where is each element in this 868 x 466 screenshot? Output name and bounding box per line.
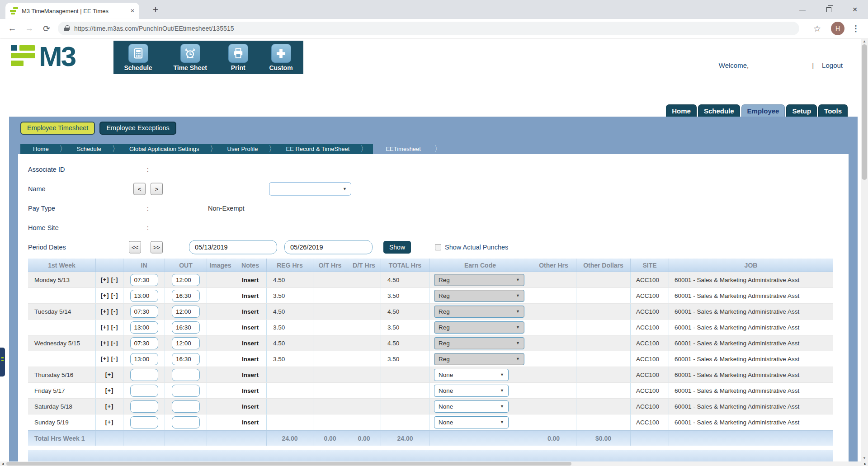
earn-code-select[interactable]: Reg ▼ bbox=[434, 353, 524, 365]
tab-home[interactable]: Home bbox=[666, 104, 697, 118]
earn-code-select[interactable]: None ▼ bbox=[434, 369, 509, 381]
breadcrumb-home[interactable]: Home bbox=[27, 146, 55, 152]
side-panel-handle[interactable] bbox=[0, 348, 5, 377]
insert-link[interactable]: Insert bbox=[234, 351, 267, 367]
tab-tools[interactable]: Tools bbox=[818, 104, 848, 118]
show-actual-punches-checkbox[interactable] bbox=[435, 244, 441, 250]
breadcrumb-ee-record[interactable]: EE Record & TimeSheet bbox=[279, 146, 356, 152]
toolbar-custom-button[interactable]: Custom bbox=[269, 44, 292, 71]
time-in-input[interactable] bbox=[130, 290, 158, 302]
expand-collapse-buttons[interactable]: [+] bbox=[96, 399, 123, 414]
time-in-input[interactable] bbox=[130, 416, 158, 428]
toolbar-print-button[interactable]: Print bbox=[228, 44, 248, 71]
close-button[interactable]: ✕ bbox=[842, 0, 868, 19]
time-in-input[interactable] bbox=[130, 321, 158, 334]
insert-link[interactable]: Insert bbox=[234, 272, 267, 287]
scroll-right-icon[interactable]: ► bbox=[863, 462, 868, 466]
expand-collapse-buttons[interactable]: [+] [-] bbox=[96, 272, 123, 287]
time-out-input[interactable] bbox=[172, 321, 200, 334]
browser-menu-icon[interactable]: ⋮ bbox=[852, 24, 860, 33]
address-bar[interactable]: https://time.m3as.com/PunchInOut/EEtimes… bbox=[58, 22, 799, 35]
back-icon[interactable]: ← bbox=[4, 24, 21, 33]
expand-collapse-buttons[interactable]: [+] [-] bbox=[96, 351, 123, 367]
insert-link[interactable]: Insert bbox=[234, 399, 267, 414]
earn-code-select[interactable]: Reg ▼ bbox=[434, 306, 524, 318]
insert-link[interactable]: Insert bbox=[234, 288, 267, 303]
tab-setup[interactable]: Setup bbox=[786, 104, 817, 118]
time-out-input[interactable] bbox=[172, 290, 200, 302]
time-out-input[interactable] bbox=[172, 416, 200, 428]
expand-collapse-buttons[interactable]: [+] bbox=[96, 383, 123, 398]
earn-code-select[interactable]: None ▼ bbox=[434, 385, 509, 397]
time-in-input[interactable] bbox=[130, 385, 158, 397]
insert-link[interactable]: Insert bbox=[234, 383, 267, 398]
tab-employee[interactable]: Employee bbox=[741, 104, 785, 118]
earn-code-select[interactable]: Reg ▼ bbox=[434, 321, 524, 334]
insert-link[interactable]: Insert bbox=[234, 367, 267, 382]
minimize-button[interactable]: — bbox=[789, 0, 816, 19]
insert-link[interactable]: Insert bbox=[234, 414, 267, 430]
period-start-input[interactable] bbox=[189, 240, 277, 254]
earn-code-select[interactable]: None ▼ bbox=[434, 416, 509, 428]
insert-link[interactable]: Insert bbox=[234, 335, 267, 351]
time-in-input[interactable] bbox=[130, 274, 158, 286]
breadcrumb-user-profile[interactable]: User Profile bbox=[221, 146, 264, 152]
horizontal-scrollbar[interactable]: ◄ ► bbox=[0, 461, 868, 466]
time-out-input[interactable] bbox=[172, 369, 200, 381]
expand-collapse-buttons[interactable]: [+] [-] bbox=[96, 335, 123, 351]
earn-code-select[interactable]: None ▼ bbox=[434, 400, 509, 413]
prev-period-button[interactable]: << bbox=[129, 241, 141, 253]
forward-icon[interactable]: → bbox=[21, 24, 38, 33]
time-in-input[interactable] bbox=[130, 337, 158, 349]
scroll-left-icon[interactable]: ◄ bbox=[0, 462, 5, 466]
time-out-input[interactable] bbox=[172, 385, 200, 397]
period-end-input[interactable] bbox=[284, 240, 373, 254]
reload-icon[interactable]: ⟳ bbox=[38, 24, 55, 34]
employee-exceptions-button[interactable]: Employee Exceptions bbox=[99, 122, 176, 135]
employee-name-select[interactable]: ▼ bbox=[269, 182, 351, 195]
next-period-button[interactable]: >> bbox=[151, 241, 163, 253]
show-button[interactable]: Show bbox=[383, 241, 411, 254]
vertical-scrollbar[interactable]: ▲ ▼ bbox=[861, 38, 868, 461]
insert-link[interactable]: Insert bbox=[234, 304, 267, 319]
time-in-input[interactable] bbox=[130, 400, 158, 413]
breadcrumb-global-settings[interactable]: Global Application Settings bbox=[123, 146, 206, 152]
bookmark-star-icon[interactable]: ☆ bbox=[813, 24, 821, 34]
time-out-input[interactable] bbox=[172, 274, 200, 286]
expand-collapse-buttons[interactable]: [+] bbox=[96, 414, 123, 430]
time-out-input[interactable] bbox=[172, 353, 200, 365]
time-out-input[interactable] bbox=[172, 306, 200, 318]
other-dollars-value bbox=[576, 335, 631, 351]
time-in-input[interactable] bbox=[130, 369, 158, 381]
expand-collapse-buttons[interactable]: [+] [-] bbox=[96, 288, 123, 303]
time-in-input[interactable] bbox=[130, 306, 158, 318]
new-tab-button[interactable]: + bbox=[149, 4, 162, 15]
toolbar-schedule-button[interactable]: Schedule bbox=[124, 44, 152, 71]
profile-avatar[interactable]: H bbox=[831, 22, 844, 35]
toolbar-timesheet-button[interactable]: Time Sheet bbox=[173, 44, 207, 71]
logout-link[interactable]: Logout bbox=[822, 61, 843, 69]
breadcrumb-schedule[interactable]: Schedule bbox=[71, 146, 108, 152]
horizontal-scroll-thumb[interactable] bbox=[6, 462, 571, 466]
restore-button[interactable] bbox=[816, 0, 842, 19]
dt-hrs-value bbox=[347, 351, 381, 367]
scroll-down-icon[interactable]: ▼ bbox=[861, 456, 868, 460]
expand-collapse-buttons[interactable]: [+] [-] bbox=[96, 320, 123, 335]
time-out-input[interactable] bbox=[172, 337, 200, 349]
insert-link[interactable]: Insert bbox=[234, 320, 267, 335]
tab-schedule[interactable]: Schedule bbox=[698, 104, 740, 118]
expand-collapse-buttons[interactable]: [+] [-] bbox=[96, 304, 123, 319]
employee-timesheet-button[interactable]: Employee Timesheet bbox=[20, 122, 95, 135]
time-out-input[interactable] bbox=[172, 400, 200, 413]
earn-code-select[interactable]: Reg ▼ bbox=[434, 274, 524, 286]
earn-code-select[interactable]: Reg ▼ bbox=[434, 290, 524, 302]
prev-employee-button[interactable]: < bbox=[133, 183, 146, 195]
next-employee-button[interactable]: > bbox=[151, 183, 163, 195]
browser-tab[interactable]: M3 TimeManagement | EE Times ✕ bbox=[5, 3, 139, 19]
scroll-up-icon[interactable]: ▲ bbox=[861, 39, 868, 43]
time-in-input[interactable] bbox=[130, 353, 158, 365]
expand-collapse-buttons[interactable]: [+] bbox=[96, 367, 123, 382]
earn-code-select[interactable]: Reg ▼ bbox=[434, 337, 524, 349]
tab-close-icon[interactable]: ✕ bbox=[130, 8, 135, 14]
vertical-scroll-thumb[interactable] bbox=[862, 44, 867, 180]
